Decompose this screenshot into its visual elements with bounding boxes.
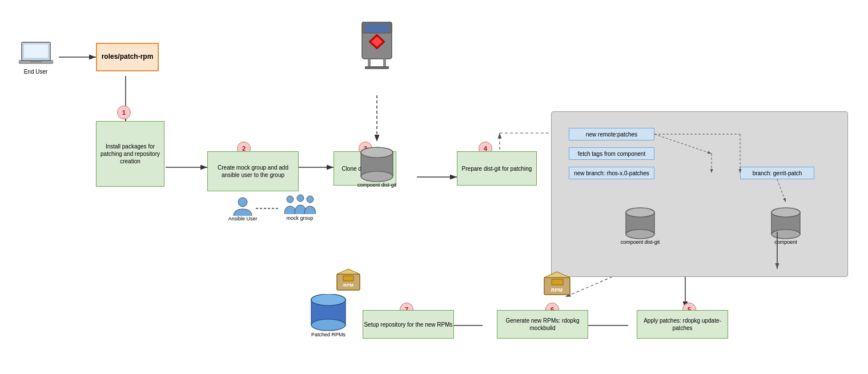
branch-gerrit-box: branch: gerrit-patch (740, 167, 814, 179)
new-branch-box: new branch: rhos-x.0-patches (569, 167, 654, 179)
svg-rect-21 (23, 44, 49, 58)
component2-node: compoent (763, 200, 809, 252)
mock-group-icon (284, 194, 316, 215)
mock-group-node: mock group (277, 188, 323, 226)
svg-point-48 (771, 208, 800, 217)
rpm-package-generate: RPM (537, 267, 577, 299)
patched-rpms-cylinder-icon (310, 294, 347, 332)
svg-point-43 (626, 230, 654, 239)
svg-rect-30 (365, 25, 389, 27)
svg-point-66 (311, 319, 345, 331)
svg-rect-35 (383, 59, 386, 67)
create-mock-group-box: Create mock group and add ansible user t… (207, 151, 299, 191)
component-distgit-main-node: compoent dist-git (351, 142, 403, 193)
svg-line-50 (654, 134, 712, 154)
svg-text:RPM: RPM (343, 283, 353, 288)
apply-patches-label: Apply patches: rdopkg update-patches (637, 317, 728, 332)
patched-rpms-caption: Patched RPMs (311, 332, 345, 337)
svg-point-27 (307, 196, 314, 203)
svg-point-44 (626, 208, 654, 217)
svg-point-25 (287, 196, 294, 203)
setup-repository-label: Setup repository for the new RPMs (364, 321, 452, 328)
rpm-box-generate-icon: RPM (541, 269, 573, 297)
svg-rect-62 (343, 276, 353, 281)
ansible-user-caption: Ansible User (228, 216, 257, 222)
cylinder3-icon (770, 207, 802, 239)
svg-marker-61 (337, 269, 360, 274)
apply-patches-box: Apply patches: rdopkg update-patches (637, 310, 728, 339)
cylinder-main-icon (360, 147, 394, 182)
svg-point-39 (361, 171, 393, 182)
workflow-diagram: End User roles/patch-rpm 1 Install packa… (0, 0, 868, 374)
component-distgit-main-caption: compoent dist-git (357, 182, 397, 188)
component-distgit2-node: compoent dist-git (617, 200, 663, 252)
svg-rect-31 (365, 29, 389, 32)
component-distgit2-caption: compoent dist-git (621, 239, 660, 246)
new-remote-box: new remote:patches (569, 128, 654, 140)
cylinder2-icon (625, 207, 656, 239)
new-remote-label: new remote:patches (586, 131, 637, 138)
generate-rpms-label: Generate new RPMs: rdopkg mockbuild (497, 317, 588, 332)
create-mock-group-label: Create mock group and add ansible user t… (208, 164, 298, 179)
branch-gerrit-label: branch: gerrit-patch (753, 170, 802, 176)
svg-point-67 (311, 294, 345, 305)
svg-point-26 (297, 195, 304, 202)
install-packages-label: Install packages for patching and reposi… (97, 143, 164, 165)
server-icon-top (351, 10, 403, 85)
svg-rect-58 (552, 279, 563, 285)
prepare-dist-git-box: Prepare dist-git for patching (457, 151, 537, 186)
svg-marker-57 (544, 272, 570, 278)
ansible-user-icon (232, 195, 253, 216)
end-user-label: End User (24, 68, 48, 75)
svg-text:RPM: RPM (551, 287, 562, 293)
ansible-user-node: Ansible User (223, 191, 263, 226)
roles-patch-rpm-label: roles/patch-rpm (102, 53, 154, 62)
badge-1: 1 (117, 106, 131, 119)
patched-rpms-node: Patched RPMs (303, 288, 354, 343)
prepare-dist-git-label: Prepare dist-git for patching (462, 165, 532, 172)
server-top-icon (356, 22, 397, 73)
setup-repository-box: Setup repository for the new RPMs (363, 310, 454, 339)
fetch-tags-box: fetch tags from component (569, 147, 654, 160)
svg-rect-23 (30, 61, 42, 62)
install-packages-box: Install packages for patching and reposi… (96, 121, 164, 187)
fetch-tags-label: fetch tags from component (578, 151, 645, 157)
svg-point-47 (771, 230, 800, 239)
roles-patch-rpm-box: roles/patch-rpm (96, 43, 159, 71)
component2-caption: compoent (774, 239, 797, 245)
generate-rpms-box: Generate new RPMs: rdopkg mockbuild (497, 310, 588, 339)
gray-region: new remote:patches fetch tags from compo… (551, 111, 848, 277)
end-user-node: End User (11, 31, 60, 83)
svg-point-24 (238, 198, 247, 207)
new-branch-label: new branch: rhos-x.0-patches (574, 170, 649, 176)
svg-rect-34 (368, 59, 371, 67)
svg-line-52 (777, 179, 786, 202)
svg-point-40 (361, 147, 393, 158)
mock-group-caption: mock group (286, 215, 313, 221)
laptop-icon (19, 39, 53, 68)
svg-rect-36 (365, 66, 389, 69)
